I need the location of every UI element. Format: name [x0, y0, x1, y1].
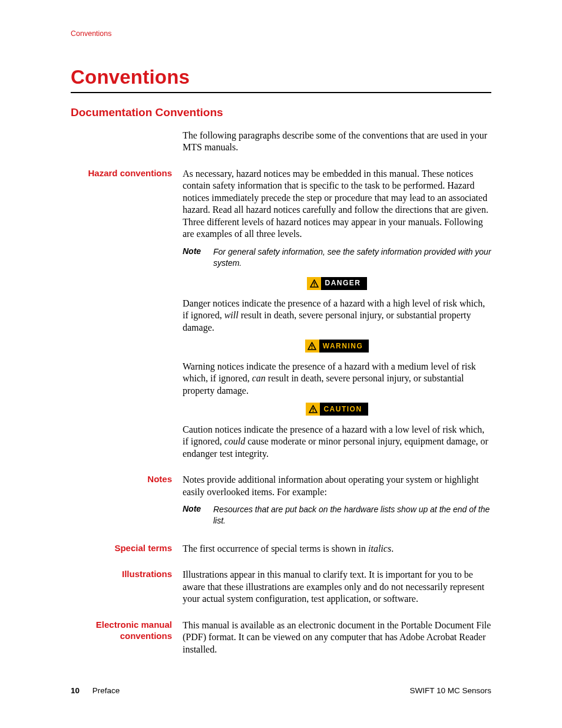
manual-page: Conventions Conventions Documentation Co…: [0, 0, 562, 728]
svg-rect-2: [312, 345, 313, 347]
chapter-title: Conventions: [71, 66, 491, 88]
hazard-row: Hazard conventions As necessary, hazard …: [71, 168, 491, 466]
illustrations-row: Illustrations Illustrations appear in th…: [71, 569, 491, 611]
svg-rect-3: [312, 348, 313, 349]
notes-label: Notes: [147, 474, 172, 484]
notes-row: Notes Notes provide additional informati…: [71, 474, 491, 535]
special-terms-label: Special terms: [114, 543, 172, 553]
footer-left: 10 Preface: [71, 686, 120, 695]
note-label: Note: [183, 504, 213, 526]
warning-triangle-icon: [307, 277, 321, 290]
page-number: 10: [71, 686, 80, 695]
caution-badge-label: CAUTION: [320, 403, 368, 416]
intro-row: The following paragraphs describe some o…: [71, 130, 491, 160]
intro-text: The following paragraphs describe some o…: [183, 130, 491, 154]
footer-doc-title: SWIFT 10 MC Sensors: [409, 686, 491, 695]
note-text: Resources that are put back on the hardw…: [213, 504, 491, 526]
warning-text: Warning notices indicate the presence of…: [183, 361, 491, 397]
hazard-text: As necessary, hazard notices may be embe…: [183, 168, 491, 241]
notes-text: Notes provide additional information abo…: [183, 474, 491, 498]
caution-text: Caution notices indicate the presence of…: [183, 424, 491, 460]
section-title: Documentation Conventions: [71, 106, 491, 119]
danger-badge: DANGER: [307, 277, 366, 290]
notes-example: Note Resources that are put back on the …: [183, 504, 491, 526]
hazard-label: Hazard conventions: [88, 168, 172, 178]
hazard-note: Note For general safety information, see…: [183, 246, 491, 269]
special-terms-text: The first occurrence of special terms is…: [183, 543, 491, 555]
svg-rect-1: [314, 285, 315, 286]
svg-rect-4: [313, 408, 314, 410]
footer-section: Preface: [92, 686, 120, 695]
divider: [71, 92, 491, 93]
svg-rect-5: [313, 411, 314, 412]
warning-badge: WARNING: [305, 340, 369, 353]
danger-badge-label: DANGER: [321, 277, 366, 290]
emanual-row: Electronic manual conventions This manua…: [71, 620, 491, 661]
danger-text: Danger notices indicate the presence of …: [183, 298, 491, 334]
caution-badge: CAUTION: [306, 403, 368, 416]
warning-triangle-icon: [306, 403, 320, 416]
note-label: Note: [183, 246, 213, 269]
emanual-text: This manual is available as an electroni…: [183, 620, 491, 655]
emanual-label: Electronic manual conventions: [96, 620, 172, 641]
warning-triangle-icon: [305, 340, 319, 353]
special-terms-row: Special terms The first occurrence of sp…: [71, 543, 491, 561]
illustrations-text: Illustrations appear in this manual to c…: [183, 569, 491, 605]
svg-rect-0: [314, 282, 315, 285]
page-footer: 10 Preface SWIFT 10 MC Sensors: [71, 686, 491, 695]
illustrations-label: Illustrations: [122, 569, 172, 579]
running-header: Conventions: [71, 29, 491, 38]
warning-badge-label: WARNING: [319, 340, 369, 353]
note-text: For general safety information, see the …: [213, 246, 491, 269]
